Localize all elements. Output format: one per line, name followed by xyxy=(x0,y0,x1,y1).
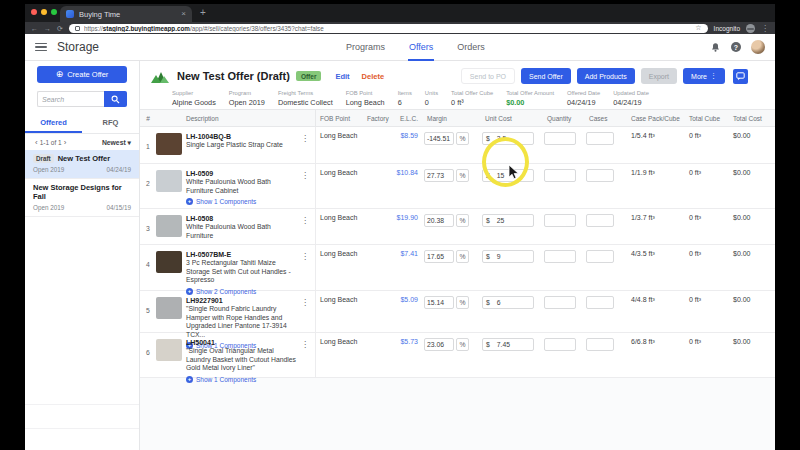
offer-list-item[interactable]: Draft New Test Offer Open 2019 04/24/19 xyxy=(25,150,139,179)
cases-input[interactable] xyxy=(586,250,614,263)
show-components-link[interactable]: + Show 1 Components xyxy=(186,376,299,383)
quantity-input[interactable] xyxy=(544,338,576,351)
main-nav-tab-offers[interactable]: Offers xyxy=(408,34,434,61)
unit-cost-cell: $3.5 xyxy=(474,127,538,163)
search-input[interactable] xyxy=(37,91,104,107)
quantity-cell xyxy=(538,127,582,163)
unit-cost-cell: $9 xyxy=(474,245,538,290)
row-number: 1 xyxy=(140,127,156,163)
create-offer-button[interactable]: ⊕ Create Offer xyxy=(37,66,127,83)
elc-link[interactable]: $5.09 xyxy=(392,291,418,332)
forward-icon[interactable]: → xyxy=(44,25,51,32)
table-row: 6 LH50041 "Single Oval Triangular Metal … xyxy=(140,333,775,378)
notifications-bell-icon[interactable] xyxy=(710,41,721,53)
cases-input[interactable] xyxy=(586,338,614,351)
export-button[interactable]: Export xyxy=(641,68,677,84)
hamburger-menu-icon[interactable] xyxy=(35,43,47,52)
back-icon[interactable]: ← xyxy=(31,25,38,32)
offer-list-item-title: New Storage Designs for Fall xyxy=(33,183,131,201)
app-header: Storage ProgramsOffersOrders ? xyxy=(25,34,775,61)
row-menu-icon[interactable]: ⋮ xyxy=(299,296,313,332)
cases-input[interactable] xyxy=(586,296,614,309)
maximize-window-button[interactable] xyxy=(51,9,57,15)
row-menu-icon[interactable]: ⋮ xyxy=(299,250,313,290)
main-nav-tab-orders[interactable]: Orders xyxy=(456,34,486,61)
margin-cell: 17.65 % xyxy=(418,245,474,290)
search-button[interactable] xyxy=(104,91,127,107)
quantity-input[interactable] xyxy=(544,214,576,227)
product-description: White Paulounia Wood Bath Furniture Cabi… xyxy=(186,178,299,195)
send-offer-button[interactable]: Send Offer xyxy=(521,68,571,84)
row-menu-icon[interactable]: ⋮ xyxy=(299,338,313,377)
prev-page-icon[interactable]: ‹ xyxy=(33,138,40,147)
quantity-input[interactable] xyxy=(544,250,576,263)
incognito-icon xyxy=(746,24,755,33)
minimize-window-button[interactable] xyxy=(41,9,47,15)
chat-bubble-icon xyxy=(736,72,745,81)
unit-cost-input[interactable]: $9 xyxy=(482,250,534,263)
quantity-input[interactable] xyxy=(544,132,576,145)
margin-input[interactable]: -145.51 xyxy=(424,132,454,145)
elc-link[interactable]: $7.41 xyxy=(392,245,418,290)
sidebar-tab-rfq[interactable]: RFQ xyxy=(82,115,139,133)
percent-suffix: % xyxy=(456,296,469,309)
unit-cost-cell: $25 xyxy=(474,209,538,244)
show-components-link[interactable]: + Show 1 Components xyxy=(186,198,299,205)
margin-input[interactable]: 17.65 xyxy=(424,250,454,263)
next-page-icon[interactable]: › xyxy=(62,138,69,147)
margin-input[interactable]: 15.14 xyxy=(424,296,454,309)
unit-cost-input[interactable]: $25 xyxy=(482,214,534,227)
send-to-po-button[interactable]: Send to PO xyxy=(461,68,515,84)
margin-cell: 23.06 % xyxy=(418,333,474,377)
browser-tab[interactable]: Buying Time × xyxy=(60,6,192,22)
offer-meta-item: Total Offer Cube 0 ft³ xyxy=(451,90,493,107)
product-sku: LH-0509 xyxy=(186,169,299,178)
row-menu-icon[interactable]: ⋮ xyxy=(299,132,313,163)
margin-input[interactable]: 27.73 xyxy=(424,169,454,182)
favicon xyxy=(66,10,74,18)
main-nav-tab-programs[interactable]: Programs xyxy=(345,34,386,61)
reload-icon[interactable]: ⟳ xyxy=(57,25,63,32)
chat-button[interactable] xyxy=(733,69,748,84)
percent-suffix: % xyxy=(456,132,469,145)
row-menu-icon[interactable]: ⋮ xyxy=(299,214,313,244)
elc-link[interactable]: $19.90 xyxy=(392,209,418,244)
edit-link[interactable]: Edit xyxy=(335,72,349,81)
cases-input[interactable] xyxy=(586,132,614,145)
user-avatar[interactable] xyxy=(751,40,765,54)
offer-list-item-date: 04/15/19 xyxy=(106,204,131,211)
margin-input[interactable]: 23.06 xyxy=(424,338,454,351)
unit-cost-input[interactable]: $6 xyxy=(482,296,534,309)
unit-cost-input[interactable]: $3.5 xyxy=(482,132,534,145)
quantity-input[interactable] xyxy=(544,169,576,182)
more-button[interactable]: More⋮ xyxy=(683,68,725,84)
new-tab-button[interactable]: + xyxy=(200,8,206,18)
row-menu-icon[interactable]: ⋮ xyxy=(299,169,313,208)
browser-menu-icon[interactable]: ⋮ xyxy=(761,24,769,33)
unit-cost-input[interactable]: $15 xyxy=(482,169,534,182)
cases-cell xyxy=(582,209,626,244)
sidebar-tab-offered[interactable]: Offered xyxy=(25,115,82,133)
close-window-button[interactable] xyxy=(31,9,37,15)
add-products-button[interactable]: Add Products xyxy=(577,68,635,84)
unit-cost-cell: $15 xyxy=(474,164,538,208)
quantity-input[interactable] xyxy=(544,296,576,309)
cases-input[interactable] xyxy=(586,214,614,227)
help-icon[interactable]: ? xyxy=(731,42,741,52)
close-tab-icon[interactable]: × xyxy=(181,10,186,18)
offer-list-item[interactable]: New Storage Designs for Fall Open 2019 0… xyxy=(25,179,139,217)
elc-link[interactable]: $10.84 xyxy=(392,164,418,208)
elc-link[interactable]: $8.59 xyxy=(392,127,418,163)
percent-suffix: % xyxy=(456,214,469,227)
sort-dropdown[interactable]: Newest ▾ xyxy=(102,139,131,147)
address-bar[interactable]: https://staging2.buyingtimeapp.com/app/#… xyxy=(69,24,708,33)
margin-input[interactable]: 20.38 xyxy=(424,214,454,227)
bookmark-star-icon[interactable]: ☆ xyxy=(695,24,701,32)
table-row: 4 LH-0507BM-E 3 Pc Rectangular Tahiti Ma… xyxy=(140,245,775,291)
unit-cost-input[interactable]: $7.45 xyxy=(482,338,534,351)
row-number: 3 xyxy=(140,209,156,244)
window-controls[interactable] xyxy=(31,9,57,15)
cases-input[interactable] xyxy=(586,169,614,182)
delete-link[interactable]: Delete xyxy=(362,72,385,81)
elc-link[interactable]: $5.73 xyxy=(392,333,418,377)
